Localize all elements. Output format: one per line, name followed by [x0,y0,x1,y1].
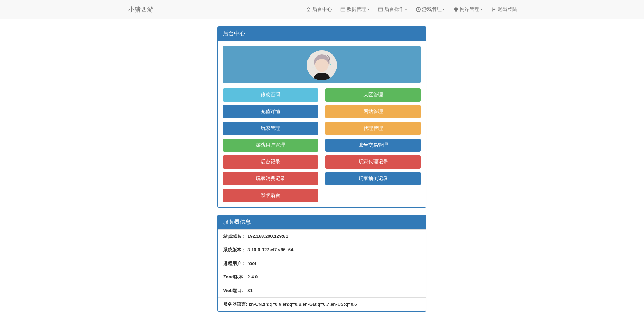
list-item: 进程用户： root [218,257,426,270]
btn-backend-log[interactable]: 后台记录 [223,155,318,169]
list-item: Web端口: 81 [218,284,426,298]
gear-icon [454,7,458,12]
nav-data-label: 数据管理 [347,6,366,13]
window-icon [340,7,345,12]
window-icon [378,7,383,12]
caret-icon [480,9,483,10]
nav-right: 后台中心 数据管理 后台操作 游戏管理 [302,1,521,18]
server-info-list: 站点域名： 192.168.200.129:81 系统版本： 3.10.0-32… [218,229,426,311]
info-label: Zend版本: [223,274,246,280]
btn-account-trade[interactable]: 账号交易管理 [325,139,421,152]
avatar [307,50,337,80]
btn-game-user-mgmt[interactable]: 游戏用户管理 [223,139,318,152]
list-item: Zend版本: 2.4.0 [218,270,426,284]
btn-player-draw-log[interactable]: 玩家抽奖记录 [325,172,421,185]
btn-player-mgmt[interactable]: 玩家管理 [223,122,318,135]
caret-icon [367,9,370,10]
caret-icon [405,9,407,10]
nav-data[interactable]: 数据管理 [336,1,374,18]
btn-agent-mgmt[interactable]: 代理管理 [325,122,421,135]
avatar-jumbotron [223,46,421,83]
info-label: 站点域名： [223,233,246,239]
list-item: 服务器语言: zh-CN,zh;q=0.9,en;q=0.8,en-GB;q=0… [218,298,426,311]
nav-site-label: 网站管理 [460,6,479,13]
svg-point-3 [312,67,313,68]
nav-logout[interactable]: 退出登陆 [487,1,521,18]
nav-home-label: 后台中心 [312,6,332,13]
svg-point-2 [330,64,331,65]
panel-dashboard: 后台中心 [217,26,427,208]
btn-zone-mgmt[interactable]: 大区管理 [325,88,421,102]
panel-server-info-title: 服务器信息 [218,215,426,229]
info-label: 进程用户： [223,260,246,267]
info-value: 81 [247,288,252,293]
info-label: 系统版本： [223,247,246,253]
top-navbar: 小猪西游 后台中心 数据管理 后台操作 [0,0,644,19]
btn-site-mgmt[interactable]: 网站管理 [325,105,421,118]
nav-site[interactable]: 网站管理 [449,1,487,18]
btn-player-spend-log[interactable]: 玩家消费记录 [223,172,318,185]
info-value: zh-CN,zh;q=0.9,en;q=0.8,en-GB;q=0.7,en-U… [249,302,357,307]
nav-logout-label: 退出登陆 [498,6,517,13]
logout-icon [491,7,496,12]
btn-player-agent-log[interactable]: 玩家代理记录 [325,155,421,169]
clock-icon [416,7,421,12]
home-icon [306,7,311,12]
nav-home[interactable]: 后台中心 [302,1,336,18]
panel-server-info: 服务器信息 站点域名： 192.168.200.129:81 系统版本： 3.1… [217,215,427,312]
nav-game-label: 游戏管理 [422,6,442,13]
btn-recharge-details[interactable]: 充值详情 [223,105,318,118]
info-label: Web端口: [223,288,246,294]
brand-link[interactable]: 小猪西游 [123,0,159,19]
nav-game[interactable]: 游戏管理 [412,1,449,18]
nav-backend[interactable]: 后台操作 [374,1,412,18]
info-value: 192.168.200.129:81 [247,233,288,239]
btn-card-backend[interactable]: 发卡后台 [223,189,318,202]
panel-dashboard-title: 后台中心 [218,27,426,41]
list-item: 系统版本： 3.10.0-327.el7.x86_64 [218,243,426,257]
caret-icon [442,9,445,10]
info-value: 3.10.0-327.el7.x86_64 [247,247,293,252]
nav-backend-label: 后台操作 [384,6,404,13]
info-label: 服务器语言: [223,301,247,307]
btn-change-password[interactable]: 修改密码 [223,88,318,102]
info-value: root [247,261,256,266]
info-value: 2.4.0 [247,274,258,280]
list-item: 站点域名： 192.168.200.129:81 [218,230,426,243]
